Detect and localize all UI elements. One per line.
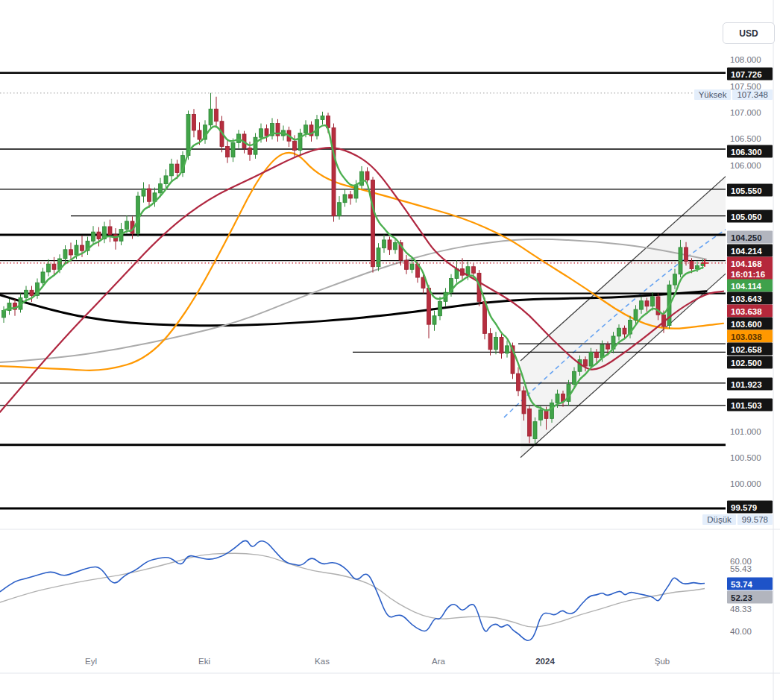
axis-badge-52.23: 52.23 <box>727 591 773 604</box>
axis-label-40.00: 40.00 <box>730 627 752 636</box>
rsi-line <box>0 540 705 640</box>
axis-badge-99.579: 99.579 <box>727 501 773 514</box>
axis-label-100.000: 100.000 <box>730 479 761 488</box>
axis-badge-104.114: 104.114 <box>727 280 773 292</box>
main-pane[interactable] <box>0 73 729 640</box>
axis-label-107.000: 107.000 <box>730 108 761 117</box>
axis-badge-105.550: 105.550 <box>727 184 773 197</box>
axis-badge-53.74: 53.74 <box>727 578 773 590</box>
axis-label-108.000: 108.000 <box>730 55 761 64</box>
axis-label-48.33: 48.33 <box>730 605 752 614</box>
axis-badge-103.600: 103.600 <box>727 318 773 330</box>
axis-label-106.000: 106.000 <box>730 161 761 170</box>
axis-badge-102.500: 102.500 <box>727 356 773 369</box>
rsi-signal-line <box>0 553 705 627</box>
time-tick-Ara: Ara <box>432 657 445 666</box>
time-tick-Eki: Eki <box>198 657 210 666</box>
chart-canvas[interactable] <box>0 0 780 700</box>
axis-badge-106.300: 106.300 <box>727 145 773 158</box>
candle-series <box>2 93 705 444</box>
axis-marker-Düşük: Düşük99.578 <box>702 514 773 525</box>
axis-badge-101.923: 101.923 <box>727 378 773 391</box>
time-tick-Eyl: Eyl <box>85 657 97 666</box>
axis-badge-105.050: 105.050 <box>727 210 773 223</box>
axis-badge-101.503: 101.503 <box>727 399 773 412</box>
axis-badge-107.726: 107.726 <box>727 68 773 81</box>
axis-badge-104.214: 104.214 <box>727 245 773 257</box>
time-tick-Şub: Şub <box>655 657 670 666</box>
axis-marker-Yüksek: Yüksek107.348 <box>694 89 773 100</box>
axis-label-101.000: 101.000 <box>730 427 761 436</box>
axis-label-100.500: 100.500 <box>730 453 761 462</box>
axis-badge-104.250: 104.250 <box>727 231 773 244</box>
time-tick-2024: 2024 <box>535 657 555 666</box>
axis-badge-104.168: 104.16816:01:16 <box>727 257 773 280</box>
axis-badge-103.643: 103.643 <box>727 292 773 305</box>
axis-label-106.500: 106.500 <box>730 134 761 143</box>
axis-label-55.43: 55.43 <box>730 564 752 573</box>
symbol-button[interactable]: USD <box>723 22 775 44</box>
chart-root: USD 108.000107.726107.500Yüksek107.34810… <box>0 0 780 700</box>
time-tick-Kas: Kas <box>315 657 330 666</box>
axis-badge-103.038: 103.038 <box>727 330 773 343</box>
axis-badge-103.638: 103.638 <box>727 305 773 318</box>
axis-badge-102.658: 102.658 <box>727 343 773 356</box>
